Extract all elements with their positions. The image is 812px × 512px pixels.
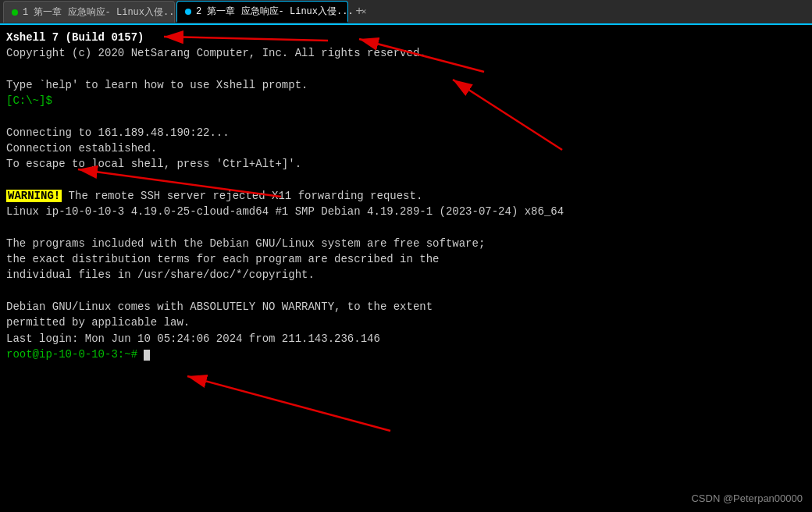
tab-bar: 1 第一章 应急响应- Linux入侵... ✕ 2 第一章 应急响应- Lin… (0, 0, 812, 25)
tab-2-label: 2 第一章 应急响应- Linux入侵... (196, 5, 354, 18)
terminal-line-10 (6, 172, 806, 188)
terminal-line-7: Connecting to 161.189.48.190:22... (6, 125, 806, 140)
terminal-line-4: Type `help' to learn how to use Xshell p… (6, 77, 806, 93)
terminal-line-6 (6, 108, 806, 124)
terminal-cursor (144, 350, 150, 361)
tab-1[interactable]: 1 第一章 应急响应- Linux入侵... ✕ (3, 1, 175, 23)
terminal-line-11: WARNING! The remote SSH server rejected … (6, 188, 806, 204)
tab-2[interactable]: 2 第一章 应急响应- Linux入侵... ✕ (176, 1, 348, 23)
terminal-line-2: Copyright (c) 2020 NetSarang Computer, I… (6, 45, 806, 61)
warning-label: WARNING! (6, 190, 62, 202)
tab-dot-1 (12, 9, 18, 16)
terminal-line-19: permitted by applicable law. (6, 315, 806, 330)
watermark: CSDN @Peterpan00000 (691, 492, 803, 504)
terminal-area[interactable]: Xshell 7 (Build 0157) Copyright (c) 2020… (0, 25, 812, 512)
terminal-prompt: root@ip-10-0-10-3:~# (6, 348, 144, 361)
terminal-line-18: Debian GNU/Linux comes with ABSOLUTELY N… (6, 299, 806, 315)
terminal-line-16: individual files in /usr/share/doc/*/cop… (6, 267, 806, 283)
warning-text: The remote SSH server rejected X11 forwa… (62, 190, 422, 202)
terminal-line-13 (6, 220, 806, 236)
terminal-line-12: Linux ip-10-0-10-3 4.19.0-25-cloud-amd64… (6, 204, 806, 219)
terminal-line-17 (6, 283, 806, 299)
new-tab-button[interactable]: + (350, 2, 369, 21)
terminal-line-20: Last login: Mon Jun 10 05:24:06 2024 fro… (6, 331, 806, 347)
terminal-prompt-line: root@ip-10-0-10-3:~# (6, 347, 806, 362)
terminal-line-5: [C:\~]$ (6, 93, 806, 108)
terminal-line-3 (6, 62, 806, 77)
tab-dot-2 (185, 9, 191, 15)
terminal-line-15: the exact distribution terms for each pr… (6, 251, 806, 267)
terminal-line-14: The programs included with the Debian GN… (6, 236, 806, 251)
terminal-line-1: Xshell 7 (Build 0157) (6, 30, 806, 45)
tab-1-label: 1 第一章 应急响应- Linux入侵... (23, 5, 180, 19)
terminal-line-8: Connection established. (6, 140, 806, 156)
terminal-line-9: To escape to local shell, press 'Ctrl+Al… (6, 156, 806, 172)
